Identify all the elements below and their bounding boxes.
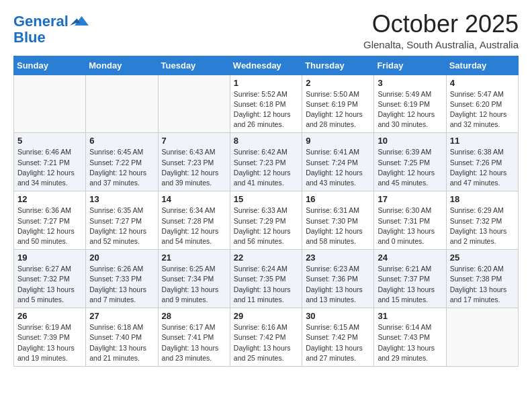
calendar-cell: 21Sunrise: 6:25 AM Sunset: 7:34 PM Dayli…: [158, 250, 230, 308]
logo-line1: General: [13, 13, 69, 30]
col-saturday: Saturday: [446, 56, 518, 75]
day-info: Sunrise: 6:38 AM Sunset: 7:26 PM Dayligh…: [450, 147, 515, 188]
day-number: 8: [234, 136, 298, 146]
day-info: Sunrise: 5:52 AM Sunset: 6:18 PM Dayligh…: [234, 89, 298, 130]
day-info: Sunrise: 6:15 AM Sunset: 7:42 PM Dayligh…: [306, 322, 370, 363]
day-number: 14: [162, 194, 226, 204]
logo-text: General: [13, 13, 69, 30]
calendar-cell: 28Sunrise: 6:17 AM Sunset: 7:41 PM Dayli…: [158, 308, 230, 367]
calendar-cell: 20Sunrise: 6:26 AM Sunset: 7:33 PM Dayli…: [86, 250, 158, 308]
day-info: Sunrise: 6:41 AM Sunset: 7:24 PM Dayligh…: [306, 147, 370, 188]
location-subtitle: Glenalta, South Australia, Australia: [363, 39, 519, 50]
calendar-cell: 9Sunrise: 6:41 AM Sunset: 7:24 PM Daylig…: [302, 133, 374, 191]
calendar-cell: 14Sunrise: 6:34 AM Sunset: 7:28 PM Dayli…: [158, 191, 230, 250]
calendar-cell: 31Sunrise: 6:14 AM Sunset: 7:43 PM Dayli…: [374, 308, 446, 367]
calendar-cell: 13Sunrise: 6:35 AM Sunset: 7:27 PM Dayli…: [86, 191, 158, 250]
day-number: 18: [450, 194, 515, 204]
page-header: General Blue October 2025 Glenalta, Sout…: [13, 11, 519, 50]
day-info: Sunrise: 6:23 AM Sunset: 7:36 PM Dayligh…: [306, 264, 370, 305]
day-info: Sunrise: 6:17 AM Sunset: 7:41 PM Dayligh…: [162, 322, 226, 363]
day-number: 19: [17, 253, 82, 263]
day-info: Sunrise: 6:46 AM Sunset: 7:21 PM Dayligh…: [17, 147, 82, 188]
calendar-week-row: 1Sunrise: 5:52 AM Sunset: 6:18 PM Daylig…: [14, 75, 519, 133]
page-container: General Blue October 2025 Glenalta, Sout…: [0, 0, 532, 377]
calendar-cell: 29Sunrise: 6:16 AM Sunset: 7:42 PM Dayli…: [230, 308, 302, 367]
calendar-cell: 16Sunrise: 6:31 AM Sunset: 7:30 PM Dayli…: [302, 191, 374, 250]
day-number: 20: [89, 253, 154, 263]
day-info: Sunrise: 6:14 AM Sunset: 7:43 PM Dayligh…: [378, 322, 442, 363]
day-info: Sunrise: 6:29 AM Sunset: 7:32 PM Dayligh…: [450, 205, 515, 246]
calendar-cell: [14, 75, 86, 133]
day-number: 3: [378, 78, 442, 88]
logo-icon: [70, 13, 89, 28]
logo-line2: Blue: [13, 30, 89, 46]
day-number: 11: [450, 136, 515, 146]
col-monday: Monday: [86, 56, 158, 75]
calendar-cell: [158, 75, 230, 133]
day-number: 28: [162, 311, 226, 321]
title-block: October 2025 Glenalta, South Australia, …: [363, 11, 519, 50]
day-info: Sunrise: 6:36 AM Sunset: 7:27 PM Dayligh…: [17, 205, 82, 246]
calendar-cell: 6Sunrise: 6:45 AM Sunset: 7:22 PM Daylig…: [86, 133, 158, 191]
day-number: 13: [89, 194, 154, 204]
calendar-week-row: 5Sunrise: 6:46 AM Sunset: 7:21 PM Daylig…: [14, 133, 519, 191]
day-number: 10: [378, 136, 442, 146]
day-info: Sunrise: 6:45 AM Sunset: 7:22 PM Dayligh…: [89, 147, 154, 188]
day-info: Sunrise: 6:26 AM Sunset: 7:33 PM Dayligh…: [89, 264, 154, 305]
day-number: 9: [306, 136, 370, 146]
calendar-table: Sunday Monday Tuesday Wednesday Thursday…: [13, 56, 519, 367]
col-sunday: Sunday: [14, 56, 86, 75]
calendar-cell: 24Sunrise: 6:21 AM Sunset: 7:37 PM Dayli…: [374, 250, 446, 308]
calendar-cell: [86, 75, 158, 133]
day-info: Sunrise: 5:49 AM Sunset: 6:19 PM Dayligh…: [378, 89, 442, 130]
calendar-cell: 2Sunrise: 5:50 AM Sunset: 6:19 PM Daylig…: [302, 75, 374, 133]
day-info: Sunrise: 5:47 AM Sunset: 6:20 PM Dayligh…: [450, 89, 515, 130]
day-number: 15: [234, 194, 298, 204]
day-info: Sunrise: 6:18 AM Sunset: 7:40 PM Dayligh…: [89, 322, 154, 363]
day-number: 17: [378, 194, 442, 204]
calendar-cell: 15Sunrise: 6:33 AM Sunset: 7:29 PM Dayli…: [230, 191, 302, 250]
calendar-header-row: Sunday Monday Tuesday Wednesday Thursday…: [14, 56, 519, 75]
day-info: Sunrise: 6:30 AM Sunset: 7:31 PM Dayligh…: [378, 205, 442, 246]
day-number: 1: [234, 78, 298, 88]
calendar-cell: 11Sunrise: 6:38 AM Sunset: 7:26 PM Dayli…: [446, 133, 518, 191]
day-number: 31: [378, 311, 442, 321]
day-number: 23: [306, 253, 370, 263]
col-wednesday: Wednesday: [230, 56, 302, 75]
col-thursday: Thursday: [302, 56, 374, 75]
day-number: 16: [306, 194, 370, 204]
day-info: Sunrise: 6:39 AM Sunset: 7:25 PM Dayligh…: [378, 147, 442, 188]
calendar-cell: 18Sunrise: 6:29 AM Sunset: 7:32 PM Dayli…: [446, 191, 518, 250]
day-info: Sunrise: 6:43 AM Sunset: 7:23 PM Dayligh…: [162, 147, 226, 188]
calendar-cell: 5Sunrise: 6:46 AM Sunset: 7:21 PM Daylig…: [14, 133, 86, 191]
calendar-cell: 27Sunrise: 6:18 AM Sunset: 7:40 PM Dayli…: [86, 308, 158, 367]
calendar-cell: 22Sunrise: 6:24 AM Sunset: 7:35 PM Dayli…: [230, 250, 302, 308]
day-info: Sunrise: 6:21 AM Sunset: 7:37 PM Dayligh…: [378, 264, 442, 305]
calendar-cell: 10Sunrise: 6:39 AM Sunset: 7:25 PM Dayli…: [374, 133, 446, 191]
day-number: 24: [378, 253, 442, 263]
day-number: 12: [17, 194, 82, 204]
calendar-week-row: 19Sunrise: 6:27 AM Sunset: 7:32 PM Dayli…: [14, 250, 519, 308]
calendar-cell: 17Sunrise: 6:30 AM Sunset: 7:31 PM Dayli…: [374, 191, 446, 250]
day-info: Sunrise: 6:42 AM Sunset: 7:23 PM Dayligh…: [234, 147, 298, 188]
day-number: 25: [450, 253, 515, 263]
calendar-cell: 8Sunrise: 6:42 AM Sunset: 7:23 PM Daylig…: [230, 133, 302, 191]
day-info: Sunrise: 6:35 AM Sunset: 7:27 PM Dayligh…: [89, 205, 154, 246]
calendar-week-row: 12Sunrise: 6:36 AM Sunset: 7:27 PM Dayli…: [14, 191, 519, 250]
calendar-cell: 19Sunrise: 6:27 AM Sunset: 7:32 PM Dayli…: [14, 250, 86, 308]
logo: General Blue: [13, 13, 89, 46]
calendar-cell: 30Sunrise: 6:15 AM Sunset: 7:42 PM Dayli…: [302, 308, 374, 367]
calendar-cell: 26Sunrise: 6:19 AM Sunset: 7:39 PM Dayli…: [14, 308, 86, 367]
calendar-cell: 7Sunrise: 6:43 AM Sunset: 7:23 PM Daylig…: [158, 133, 230, 191]
calendar-cell: [446, 308, 518, 367]
day-number: 4: [450, 78, 515, 88]
day-number: 30: [306, 311, 370, 321]
day-info: Sunrise: 6:20 AM Sunset: 7:38 PM Dayligh…: [450, 264, 515, 305]
month-title: October 2025: [363, 11, 519, 38]
day-info: Sunrise: 6:24 AM Sunset: 7:35 PM Dayligh…: [234, 264, 298, 305]
day-info: Sunrise: 6:27 AM Sunset: 7:32 PM Dayligh…: [17, 264, 82, 305]
day-number: 6: [89, 136, 154, 146]
day-number: 29: [234, 311, 298, 321]
day-info: Sunrise: 5:50 AM Sunset: 6:19 PM Dayligh…: [306, 89, 370, 130]
day-info: Sunrise: 6:34 AM Sunset: 7:28 PM Dayligh…: [162, 205, 226, 246]
